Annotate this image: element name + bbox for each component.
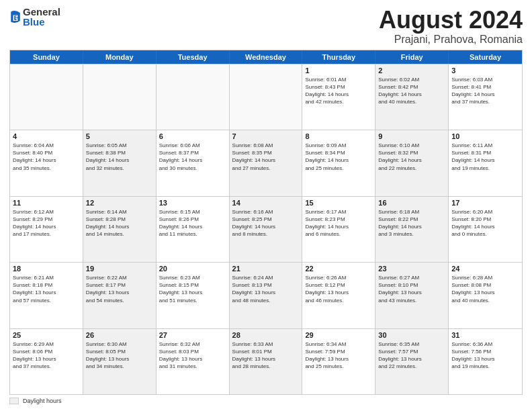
day-number: 26 — [86, 331, 153, 339]
week-row-2: 4Sunrise: 6:04 AM Sunset: 8:40 PM Daylig… — [10, 130, 522, 195]
day-info: Sunrise: 6:34 AM Sunset: 7:59 PM Dayligh… — [305, 340, 372, 371]
day-number: 2 — [378, 66, 445, 75]
empty-cell — [83, 64, 157, 130]
day-cell-13: 13Sunrise: 6:15 AM Sunset: 8:26 PM Dayli… — [157, 197, 230, 262]
day-number: 31 — [451, 331, 519, 339]
empty-cell — [157, 64, 230, 130]
logo-text: General Blue — [23, 7, 60, 27]
day-number: 23 — [378, 265, 445, 273]
empty-cell — [230, 64, 303, 130]
day-info: Sunrise: 6:27 AM Sunset: 8:10 PM Dayligh… — [378, 274, 445, 304]
header-day-tuesday: Tuesday — [157, 50, 230, 64]
title-block: August 2024 Prajani, Prahova, Romania — [379, 7, 523, 46]
day-cell-5: 5Sunrise: 6:05 AM Sunset: 8:38 PM Daylig… — [83, 130, 157, 195]
day-info: Sunrise: 6:29 AM Sunset: 8:06 PM Dayligh… — [13, 340, 80, 371]
day-cell-7: 7Sunrise: 6:08 AM Sunset: 8:35 PM Daylig… — [230, 130, 303, 195]
day-info: Sunrise: 6:03 AM Sunset: 8:41 PM Dayligh… — [451, 76, 519, 106]
day-number: 9 — [378, 132, 445, 140]
day-info: Sunrise: 6:15 AM Sunset: 8:26 PM Dayligh… — [159, 208, 226, 238]
day-number: 12 — [86, 199, 153, 207]
day-cell-28: 28Sunrise: 6:33 AM Sunset: 8:01 PM Dayli… — [230, 329, 303, 394]
day-info: Sunrise: 6:05 AM Sunset: 8:38 PM Dayligh… — [86, 142, 153, 172]
day-number: 11 — [13, 199, 80, 207]
day-cell-3: 3Sunrise: 6:03 AM Sunset: 8:41 PM Daylig… — [449, 64, 522, 130]
day-info: Sunrise: 6:01 AM Sunset: 8:43 PM Dayligh… — [305, 76, 372, 106]
day-cell-22: 22Sunrise: 6:26 AM Sunset: 8:12 PM Dayli… — [302, 263, 375, 328]
day-number: 21 — [232, 265, 300, 273]
day-info: Sunrise: 6:33 AM Sunset: 8:01 PM Dayligh… — [232, 340, 300, 371]
day-cell-2: 2Sunrise: 6:02 AM Sunset: 8:42 PM Daylig… — [375, 64, 449, 130]
day-info: Sunrise: 6:17 AM Sunset: 8:23 PM Dayligh… — [305, 208, 372, 238]
day-number: 13 — [159, 199, 226, 207]
day-cell-14: 14Sunrise: 6:16 AM Sunset: 8:25 PM Dayli… — [230, 197, 303, 262]
day-number: 14 — [232, 199, 300, 207]
day-number: 30 — [378, 331, 445, 339]
day-info: Sunrise: 6:26 AM Sunset: 8:12 PM Dayligh… — [305, 274, 372, 304]
day-cell-11: 11Sunrise: 6:12 AM Sunset: 8:29 PM Dayli… — [10, 197, 83, 262]
page: General Blue August 2024 Prajani, Prahov… — [0, 0, 532, 411]
day-number: 4 — [13, 132, 80, 140]
day-cell-17: 17Sunrise: 6:20 AM Sunset: 8:20 PM Dayli… — [449, 197, 522, 262]
day-cell-9: 9Sunrise: 6:10 AM Sunset: 8:32 PM Daylig… — [375, 130, 449, 195]
logo-blue-text: Blue — [23, 17, 60, 27]
day-cell-15: 15Sunrise: 6:17 AM Sunset: 8:23 PM Dayli… — [302, 197, 375, 262]
day-number: 16 — [378, 199, 445, 207]
day-info: Sunrise: 6:04 AM Sunset: 8:40 PM Dayligh… — [13, 142, 80, 172]
week-row-4: 18Sunrise: 6:21 AM Sunset: 8:18 PM Dayli… — [10, 262, 522, 328]
day-number: 10 — [451, 132, 519, 140]
day-number: 22 — [305, 265, 372, 273]
day-number: 15 — [305, 199, 372, 207]
day-number: 7 — [232, 132, 300, 140]
day-info: Sunrise: 6:21 AM Sunset: 8:18 PM Dayligh… — [13, 274, 80, 304]
day-number: 1 — [305, 66, 372, 75]
day-cell-23: 23Sunrise: 6:27 AM Sunset: 8:10 PM Dayli… — [375, 263, 449, 328]
week-row-5: 25Sunrise: 6:29 AM Sunset: 8:06 PM Dayli… — [10, 328, 522, 394]
day-info: Sunrise: 6:08 AM Sunset: 8:35 PM Dayligh… — [232, 142, 300, 172]
day-number: 19 — [86, 265, 153, 273]
day-info: Sunrise: 6:22 AM Sunset: 8:17 PM Dayligh… — [86, 274, 153, 304]
day-info: Sunrise: 6:30 AM Sunset: 8:05 PM Dayligh… — [86, 340, 153, 371]
logo-icon — [9, 9, 21, 24]
day-info: Sunrise: 6:16 AM Sunset: 8:25 PM Dayligh… — [232, 208, 300, 238]
day-info: Sunrise: 6:09 AM Sunset: 8:34 PM Dayligh… — [305, 142, 372, 172]
day-info: Sunrise: 6:24 AM Sunset: 8:13 PM Dayligh… — [232, 274, 300, 304]
day-cell-30: 30Sunrise: 6:35 AM Sunset: 7:57 PM Dayli… — [375, 329, 449, 394]
day-cell-12: 12Sunrise: 6:14 AM Sunset: 8:28 PM Dayli… — [83, 197, 157, 262]
day-number: 27 — [159, 331, 226, 339]
day-cell-20: 20Sunrise: 6:23 AM Sunset: 8:15 PM Dayli… — [157, 263, 230, 328]
day-cell-8: 8Sunrise: 6:09 AM Sunset: 8:34 PM Daylig… — [302, 130, 375, 195]
day-cell-21: 21Sunrise: 6:24 AM Sunset: 8:13 PM Dayli… — [230, 263, 303, 328]
day-info: Sunrise: 6:20 AM Sunset: 8:20 PM Dayligh… — [451, 208, 519, 238]
day-info: Sunrise: 6:36 AM Sunset: 7:56 PM Dayligh… — [451, 340, 519, 371]
day-number: 25 — [13, 331, 80, 339]
day-info: Sunrise: 6:18 AM Sunset: 8:22 PM Dayligh… — [378, 208, 445, 238]
footer-label: Daylight hours — [23, 398, 62, 404]
day-cell-31: 31Sunrise: 6:36 AM Sunset: 7:56 PM Dayli… — [449, 329, 522, 394]
footer: Daylight hours — [9, 398, 523, 404]
day-cell-4: 4Sunrise: 6:04 AM Sunset: 8:40 PM Daylig… — [10, 130, 83, 195]
calendar-subtitle: Prajani, Prahova, Romania — [379, 34, 523, 46]
day-number: 20 — [159, 265, 226, 273]
day-number: 29 — [305, 331, 372, 339]
logo: General Blue — [9, 7, 60, 27]
calendar: SundayMondayTuesdayWednesdayThursdayFrid… — [9, 50, 523, 395]
day-number: 5 — [86, 132, 153, 140]
day-cell-24: 24Sunrise: 6:28 AM Sunset: 8:08 PM Dayli… — [449, 263, 522, 328]
day-cell-29: 29Sunrise: 6:34 AM Sunset: 7:59 PM Dayli… — [302, 329, 375, 394]
header-day-friday: Friday — [375, 50, 449, 64]
day-cell-26: 26Sunrise: 6:30 AM Sunset: 8:05 PM Dayli… — [83, 329, 157, 394]
header: General Blue August 2024 Prajani, Prahov… — [9, 7, 523, 46]
day-cell-16: 16Sunrise: 6:18 AM Sunset: 8:22 PM Dayli… — [375, 197, 449, 262]
day-cell-6: 6Sunrise: 6:06 AM Sunset: 8:37 PM Daylig… — [157, 130, 230, 195]
calendar-body: 1Sunrise: 6:01 AM Sunset: 8:43 PM Daylig… — [10, 64, 522, 394]
day-number: 28 — [232, 331, 300, 339]
day-cell-25: 25Sunrise: 6:29 AM Sunset: 8:06 PM Dayli… — [10, 329, 83, 394]
day-cell-27: 27Sunrise: 6:32 AM Sunset: 8:03 PM Dayli… — [157, 329, 230, 394]
day-cell-10: 10Sunrise: 6:11 AM Sunset: 8:31 PM Dayli… — [449, 130, 522, 195]
day-info: Sunrise: 6:11 AM Sunset: 8:31 PM Dayligh… — [451, 142, 519, 172]
day-info: Sunrise: 6:02 AM Sunset: 8:42 PM Dayligh… — [378, 76, 445, 106]
day-info: Sunrise: 6:10 AM Sunset: 8:32 PM Dayligh… — [378, 142, 445, 172]
day-cell-19: 19Sunrise: 6:22 AM Sunset: 8:17 PM Dayli… — [83, 263, 157, 328]
day-number: 8 — [305, 132, 372, 140]
header-day-thursday: Thursday — [302, 50, 375, 64]
